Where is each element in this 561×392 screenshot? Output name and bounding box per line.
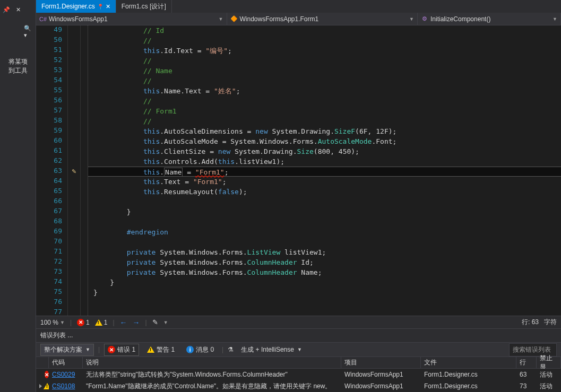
filter-messages-label: 消息 0 [196, 345, 214, 354]
error-line: 73 [516, 380, 537, 392]
chevron-down-icon: ▼ [85, 347, 90, 352]
sidebar-hint-1: 将某项 [1, 57, 34, 66]
context-bar: C# WindowsFormsApp1 ▼ 🔶 WindowsFormsApp1… [36, 13, 561, 25]
warning-icon [95, 319, 102, 326]
filter-warnings-label: 警告 1 [157, 345, 175, 354]
chevron-down-icon: ▼ [409, 16, 414, 22]
scope-label: 整个解决方案 [44, 345, 82, 354]
col-code[interactable]: 代码 [49, 357, 83, 368]
error-icon: ✕ [45, 371, 49, 378]
build-mode-label: 生成 + IntelliSense [241, 345, 294, 354]
col-state[interactable]: 禁止显 [537, 357, 561, 368]
filter-warnings[interactable]: 警告 1 [143, 344, 178, 356]
col-proj[interactable]: 项目 [341, 357, 421, 368]
errorlist-title[interactable]: 错误列表 ... [36, 328, 561, 342]
warning-count: 1 [104, 319, 108, 326]
error-desc: 无法将类型"string"隐式转换为"System.Windows.Forms.… [83, 369, 341, 380]
editor-status-bar: 100 % ▼ | ✕ 1 1 | ← → | ✎ ▼ 行: 63 字符 [36, 316, 561, 328]
error-file: Form1.Designer.cs [421, 380, 516, 392]
cursor-char-label: 字符 [544, 318, 557, 327]
tab-form1-design[interactable]: Form1.cs [设计] [116, 0, 172, 13]
line-numbers: 4950515253545556575859606162636465666768… [36, 25, 68, 316]
left-sidebar: 📌 ✕ 🔍▾ 将某项 到工具 [0, 0, 36, 392]
class-icon: 🔶 [230, 15, 238, 23]
nav-next-button[interactable]: → [133, 318, 140, 327]
error-project: WindowsFormsApp1 [341, 369, 421, 380]
errorlist-row[interactable]: ✕CS0029无法将类型"string"隐式转换为"System.Windows… [36, 369, 561, 380]
scope-dropdown[interactable]: 整个解决方案 ▼ [40, 344, 94, 356]
error-desc: "Form1.Name"隐藏继承的成员"Control.Name"。如果是有意隐… [83, 380, 341, 392]
nav-prev-button[interactable]: ← [120, 318, 127, 327]
chevron-down-icon: ▼ [60, 320, 65, 325]
filter-errors-label: 错误 1 [117, 345, 135, 354]
errorlist-body: ✕CS0029无法将类型"string"隐式转换为"System.Windows… [36, 369, 561, 392]
pin-icon[interactable]: 📌 [2, 5, 11, 14]
method-label: InitializeComponent() [430, 15, 490, 23]
warning-icon [44, 383, 49, 389]
chevron-down-icon: ▼ [553, 16, 557, 22]
error-project: WindowsFormsApp1 [341, 380, 421, 392]
build-mode-dropdown[interactable]: 生成 + IntelliSense ▼ [238, 344, 305, 355]
info-icon: i [186, 346, 194, 353]
editor-tabs: Form1.Designer.cs 📍 ✕ Form1.cs [设计] [36, 0, 561, 13]
close-icon[interactable]: ✕ [106, 3, 110, 10]
tab-label: Form1.Designer.cs [41, 3, 95, 10]
error-code-link[interactable]: CS0108 [52, 382, 75, 390]
errorlist-columns: 代码 说明 项目 文件 行 禁止显 [36, 357, 561, 369]
method-icon: ⚙ [421, 15, 428, 23]
errorlist-toolbar: 整个解决方案 ▼ | ✕ 错误 1 警告 1 i 消息 0 | ⚗ 生成 + I… [36, 342, 561, 357]
tag-icon[interactable]: ✎ [72, 168, 76, 175]
tab-form1-designer[interactable]: Form1.Designer.cs 📍 ✕ [36, 0, 116, 13]
brush-icon[interactable]: ✎ [152, 318, 158, 326]
filter-messages[interactable]: i 消息 0 [183, 344, 218, 356]
error-line: 63 [516, 369, 537, 380]
tab-label: Form1.cs [设计] [122, 2, 166, 11]
glyph-margin: ✎ [68, 25, 81, 316]
chevron-down-icon: ▼ [163, 320, 168, 325]
warning-icon [147, 346, 154, 353]
error-state: 活动 [537, 380, 561, 392]
filter-icon[interactable]: ⚗ [228, 346, 234, 353]
cursor-line: 行: 63 [522, 318, 539, 327]
expand-icon[interactable] [39, 384, 42, 388]
pin-icon[interactable]: 📍 [97, 4, 103, 10]
chevron-down-icon: ▼ [297, 347, 302, 352]
close-icon[interactable]: ✕ [14, 5, 22, 14]
method-dropdown[interactable]: ⚙ InitializeComponent() ▼ [418, 13, 561, 25]
error-count: 1 [86, 319, 90, 326]
csharp-icon: C# [39, 15, 47, 23]
zoom-dropdown[interactable]: 100 % ▼ [40, 319, 65, 326]
error-file: Form1.Designer.cs [421, 369, 516, 380]
errorlist-row[interactable]: CS0108"Form1.Name"隐藏继承的成员"Control.Name"。… [36, 380, 561, 392]
class-label: WindowsFormsApp1.Form1 [240, 15, 319, 23]
col-line[interactable]: 行 [516, 357, 537, 368]
sidebar-hint-2: 到工具 [1, 66, 34, 75]
error-icon: ✕ [108, 346, 115, 353]
error-code-link[interactable]: CS0029 [52, 371, 75, 378]
error-icon: ✕ [77, 319, 84, 326]
status-errors[interactable]: ✕ 1 [77, 319, 90, 326]
error-state: 活动 [537, 369, 561, 380]
search-icon[interactable]: 🔍▾ [24, 28, 32, 36]
col-file[interactable]: 文件 [421, 357, 516, 368]
code-area[interactable]: // Id // this.Id.Text = "编号"; // // Name… [88, 25, 561, 316]
filter-errors[interactable]: ✕ 错误 1 [104, 344, 139, 356]
namespace-label: WindowsFormsApp1 [49, 15, 108, 23]
col-desc[interactable]: 说明 [83, 357, 341, 368]
code-editor[interactable]: 4950515253545556575859606162636465666768… [36, 25, 561, 316]
status-warnings[interactable]: 1 [95, 319, 108, 326]
namespace-dropdown[interactable]: C# WindowsFormsApp1 ▼ [36, 13, 227, 25]
zoom-value: 100 % [40, 319, 58, 326]
chevron-down-icon: ▼ [219, 16, 223, 22]
outline-column [81, 25, 88, 316]
class-dropdown[interactable]: 🔶 WindowsFormsApp1.Form1 ▼ [227, 13, 418, 25]
